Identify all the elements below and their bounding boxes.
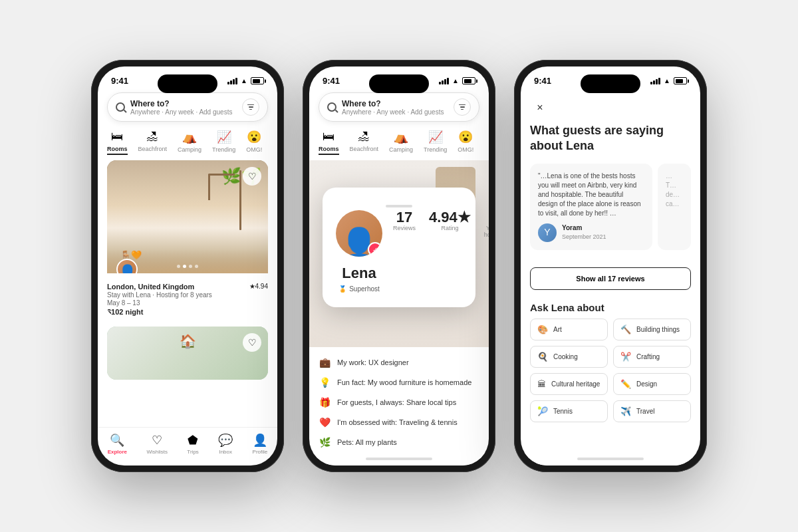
search-sub-text-1: Anywhere · Any week · Add guests <box>130 108 237 116</box>
stat-rating: 4.94★ Rating <box>429 210 471 231</box>
tag-travel[interactable]: ✈️ Travel <box>613 400 691 422</box>
tag-cooking[interactable]: 🍳 Cooking <box>530 346 608 368</box>
search-main-text-2: Where to? <box>342 99 448 108</box>
reviewer-avatar-1: Y <box>538 223 557 242</box>
phone-2: 9:41 ▲ Where to? Anywhere · Any week · A… <box>303 60 495 472</box>
review-card-2: …T… de… ca… <box>658 164 691 250</box>
bottom-nav-1: 🔍 Explore ♡ Wishlists ⬟ Trips 💬 Inbox 👤 <box>98 427 277 466</box>
detail-guests: 🎁 For guests, I always: Share local tips <box>309 392 489 412</box>
wifi-icon-2: ▲ <box>452 77 459 84</box>
heart-btn-2[interactable]: ♡ <box>243 333 261 352</box>
tag-crafting[interactable]: ✂️ Crafting <box>613 346 691 368</box>
category-tabs-1: 🛏 Rooms 🏖 Beachfront ⛺ Camping 📈 Trendin… <box>98 127 277 160</box>
filter-icon-1[interactable] <box>242 98 259 116</box>
phone-1: 9:41 ▲ Where to? Anywhere · Any week · A… <box>91 60 284 472</box>
status-icons-3: ▲ <box>650 77 687 84</box>
phones-container: 9:41 ▲ Where to? Anywhere · Any week · A… <box>65 20 733 512</box>
detail-pets: 🌿 Pets: All my plants <box>309 432 489 452</box>
battery-icon-2 <box>462 77 475 84</box>
tag-design[interactable]: ✏️ Design <box>613 373 691 395</box>
detail-obsessed: ❤️ I'm obsessed with: Traveling & tennis <box>309 412 489 432</box>
listing-rating: ★4.94 <box>249 283 268 290</box>
reviews-title: What guests are saying about Lena <box>530 123 691 154</box>
search-bar-2[interactable]: Where to? Anywhere · Any week · Add gues… <box>319 92 479 122</box>
phone-2-inner: 9:41 ▲ Where to? Anywhere · Any week · A… <box>309 66 489 466</box>
status-time-2: 9:41 <box>323 76 340 86</box>
heart-btn-1[interactable]: ♡ <box>243 167 261 186</box>
listing-card-2[interactable]: 🏠 ♡ <box>107 327 268 380</box>
category-tab-omg[interactable]: 😮 OMG! <box>246 130 262 155</box>
listing-location: London, United Kingdom <box>107 283 194 291</box>
category-tab-trending-2[interactable]: 📈 Trending <box>424 130 447 155</box>
tags-grid: 🎨 Art 🔨 Building things 🍳 Cooking ✂️ Cra… <box>530 319 691 422</box>
phone-3-inner: 9:41 ▲ × What guests are saying about Le… <box>521 66 700 466</box>
category-tab-rooms-2[interactable]: 🛏 Rooms <box>319 130 339 155</box>
scroll-indicator <box>386 205 412 207</box>
photo-dots-1 <box>177 265 198 268</box>
category-tab-omg-2[interactable]: 😮 OMG! <box>458 130 473 155</box>
dynamic-island-3 <box>581 74 640 93</box>
profile-info-list: 💼 My work: UX designer 💡 Fun fact: My wo… <box>309 352 489 452</box>
host-avatar-lg: 👤 ✓ <box>336 210 382 257</box>
host-name: Lena <box>338 265 380 282</box>
category-tab-beachfront[interactable]: 🏖 Beachfront <box>138 130 168 155</box>
status-time-3: 9:41 <box>534 76 551 86</box>
stat-reviews: 17 Reviews <box>393 210 416 231</box>
status-icons-2: ▲ <box>439 77 475 84</box>
detail-work: 💼 My work: UX designer <box>309 352 489 372</box>
phone-3: 9:41 ▲ × What guests are saying about Le… <box>514 60 707 472</box>
search-icon-2 <box>327 102 336 112</box>
nav-item-explore[interactable]: 🔍 Explore <box>108 433 127 455</box>
nav-item-inbox[interactable]: 💬 Inbox <box>218 433 233 455</box>
tag-art[interactable]: 🎨 Art <box>530 319 608 340</box>
category-tab-camping[interactable]: ⛺ Camping <box>178 130 201 155</box>
signal-bars-3 <box>650 78 660 84</box>
stat-years: 8 Years hosting <box>484 210 489 238</box>
listing-host: Stay with Lena · Hosting for 8 years <box>107 291 268 299</box>
show-reviews-button[interactable]: Show all 17 reviews <box>530 267 691 290</box>
category-tab-rooms[interactable]: 🛏 Rooms <box>107 130 128 155</box>
dynamic-island-2 <box>369 74 429 93</box>
category-tab-trending[interactable]: 📈 Trending <box>212 130 235 155</box>
listing-price: $102 night <box>107 308 268 316</box>
nav-item-trips[interactable]: ⬟ Trips <box>187 433 198 455</box>
status-time-1: 9:41 <box>111 76 128 86</box>
phone-1-inner: 9:41 ▲ Where to? Anywhere · Any week · A… <box>98 66 277 466</box>
category-tab-beachfront-2[interactable]: 🏖 Beachfront <box>350 130 379 155</box>
detail-fun-fact: 💡 Fun fact: My wood furniture is homemad… <box>309 372 489 392</box>
battery-icon-3 <box>674 77 687 84</box>
listing-image-1: 🌿🌱 🪑🧡 ♡ 👤 <box>107 160 268 273</box>
profile-card-overlay: 👤 ✓ Lena 🏅 Superhost <box>323 188 475 307</box>
listing-image-2: 🏠 ♡ <box>107 327 268 380</box>
superhost-badge: 🏅 Superhost <box>338 285 380 293</box>
ask-about-title: Ask Lena about <box>530 302 691 313</box>
reviews-screen: × What guests are saying about Lena "…Le… <box>521 88 700 452</box>
signal-bars-1 <box>227 78 237 84</box>
search-sub-text-2: Anywhere · Any week · Add guests <box>342 108 448 116</box>
filter-icon-2[interactable] <box>454 98 471 116</box>
search-bar-1[interactable]: Where to? Anywhere · Any week · Add gues… <box>107 92 268 122</box>
stats-row: 17 Reviews 4.94★ Rating 8 Years hosting <box>393 210 489 238</box>
listing-info-1: London, United Kingdom ★4.94 Stay with L… <box>107 273 268 316</box>
search-icon-1 <box>116 102 125 112</box>
nav-item-wishlists[interactable]: ♡ Wishlists <box>146 433 168 455</box>
wifi-icon-3: ▲ <box>664 77 670 84</box>
review-card-1: "…Lena is one of the bests hosts you wil… <box>530 164 652 250</box>
phone-2-content: 👤 ✓ Lena 🏅 Superhost <box>309 160 489 347</box>
listing-dates: May 8 – 13 <box>107 299 268 307</box>
listing-card-1[interactable]: 🌿🌱 🪑🧡 ♡ 👤 <box>107 160 268 316</box>
battery-icon-1 <box>251 77 264 84</box>
signal-bars-2 <box>439 78 449 84</box>
nav-item-profile[interactable]: 👤 Profile <box>253 433 268 455</box>
tag-tennis[interactable]: 🎾 Tennis <box>530 400 608 422</box>
reviewer-1: Y Yoram September 2021 <box>538 223 644 242</box>
tag-cultural-heritage[interactable]: 🏛 Cultural heritage <box>530 373 608 395</box>
close-button[interactable]: × <box>530 98 550 118</box>
tag-building-things[interactable]: 🔨 Building things <box>613 319 691 340</box>
wifi-icon-1: ▲ <box>241 77 247 84</box>
category-tabs-2: 🛏 Rooms 🏖 Beachfront ⛺ Camping 📈 Trendin… <box>309 127 489 160</box>
host-name-section: Lena 🏅 Superhost <box>338 265 380 294</box>
dynamic-island-1 <box>158 74 217 93</box>
category-tab-camping-2[interactable]: ⛺ Camping <box>389 130 413 155</box>
search-main-text-1: Where to? <box>130 99 237 108</box>
